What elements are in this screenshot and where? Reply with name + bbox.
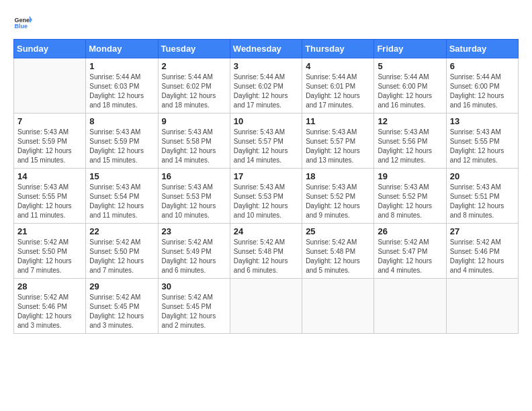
weekday-header-monday: Monday: [86, 40, 158, 58]
calendar-cell: 19Sunrise: 5:43 AM Sunset: 5:52 PM Dayli…: [374, 169, 446, 224]
calendar-cell: 1Sunrise: 5:44 AM Sunset: 6:03 PM Daylig…: [86, 58, 158, 113]
day-number: 19: [378, 171, 442, 181]
calendar-cell: 8Sunrise: 5:43 AM Sunset: 5:59 PM Daylig…: [86, 113, 158, 169]
day-info: Sunrise: 5:43 AM Sunset: 5:59 PM Dayligh…: [89, 128, 154, 165]
day-number: 11: [306, 116, 370, 126]
day-number: 27: [450, 226, 515, 236]
day-info: Sunrise: 5:42 AM Sunset: 5:47 PM Dayligh…: [378, 238, 442, 275]
day-number: 6: [450, 61, 515, 71]
day-number: 1: [89, 61, 154, 71]
calendar-cell: [302, 279, 374, 334]
day-info: Sunrise: 5:42 AM Sunset: 5:50 PM Dayligh…: [17, 238, 82, 275]
day-info: Sunrise: 5:42 AM Sunset: 5:46 PM Dayligh…: [17, 293, 82, 330]
day-info: Sunrise: 5:43 AM Sunset: 5:53 PM Dayligh…: [162, 183, 226, 220]
calendar-cell: 28Sunrise: 5:42 AM Sunset: 5:46 PM Dayli…: [14, 279, 86, 334]
calendar-cell: 26Sunrise: 5:42 AM Sunset: 5:47 PM Dayli…: [374, 224, 446, 279]
week-row-3: 14Sunrise: 5:43 AM Sunset: 5:55 PM Dayli…: [14, 169, 519, 224]
day-info: Sunrise: 5:43 AM Sunset: 5:53 PM Dayligh…: [234, 183, 298, 220]
calendar-cell: [14, 58, 86, 113]
day-info: Sunrise: 5:42 AM Sunset: 5:49 PM Dayligh…: [162, 238, 226, 275]
calendar-cell: 2Sunrise: 5:44 AM Sunset: 6:02 PM Daylig…: [158, 58, 230, 113]
calendar-cell: 9Sunrise: 5:43 AM Sunset: 5:58 PM Daylig…: [158, 113, 230, 169]
calendar-cell: [230, 279, 302, 334]
day-info: Sunrise: 5:42 AM Sunset: 5:50 PM Dayligh…: [89, 238, 154, 275]
day-number: 20: [450, 171, 515, 181]
calendar-cell: 20Sunrise: 5:43 AM Sunset: 5:51 PM Dayli…: [446, 169, 518, 224]
calendar-cell: 30Sunrise: 5:42 AM Sunset: 5:45 PM Dayli…: [158, 279, 230, 334]
calendar-cell: 17Sunrise: 5:43 AM Sunset: 5:53 PM Dayli…: [230, 169, 302, 224]
day-info: Sunrise: 5:43 AM Sunset: 5:55 PM Dayligh…: [17, 183, 82, 220]
day-info: Sunrise: 5:43 AM Sunset: 5:58 PM Dayligh…: [162, 128, 226, 165]
header: General Blue: [13, 13, 519, 32]
calendar-cell: 4Sunrise: 5:44 AM Sunset: 6:01 PM Daylig…: [302, 58, 374, 113]
day-info: Sunrise: 5:43 AM Sunset: 5:54 PM Dayligh…: [89, 183, 154, 220]
day-info: Sunrise: 5:43 AM Sunset: 5:57 PM Dayligh…: [234, 128, 298, 165]
day-number: 13: [450, 116, 515, 126]
calendar-cell: 23Sunrise: 5:42 AM Sunset: 5:49 PM Dayli…: [158, 224, 230, 279]
calendar-cell: 7Sunrise: 5:43 AM Sunset: 5:59 PM Daylig…: [14, 113, 86, 169]
day-info: Sunrise: 5:43 AM Sunset: 5:55 PM Dayligh…: [450, 128, 515, 165]
day-number: 21: [17, 226, 82, 236]
week-row-2: 7Sunrise: 5:43 AM Sunset: 5:59 PM Daylig…: [14, 113, 519, 169]
calendar-cell: 13Sunrise: 5:43 AM Sunset: 5:55 PM Dayli…: [446, 113, 518, 169]
day-info: Sunrise: 5:43 AM Sunset: 5:51 PM Dayligh…: [450, 183, 515, 220]
day-number: 7: [17, 116, 82, 126]
day-number: 8: [89, 116, 154, 126]
day-info: Sunrise: 5:44 AM Sunset: 6:02 PM Dayligh…: [162, 73, 226, 110]
calendar-cell: 24Sunrise: 5:42 AM Sunset: 5:48 PM Dayli…: [230, 224, 302, 279]
day-info: Sunrise: 5:42 AM Sunset: 5:48 PM Dayligh…: [234, 238, 298, 275]
day-number: 15: [89, 171, 154, 181]
weekday-header-friday: Friday: [374, 40, 446, 58]
day-info: Sunrise: 5:43 AM Sunset: 5:52 PM Dayligh…: [378, 183, 442, 220]
day-number: 25: [306, 226, 370, 236]
day-number: 22: [89, 226, 154, 236]
calendar-cell: 14Sunrise: 5:43 AM Sunset: 5:55 PM Dayli…: [14, 169, 86, 224]
calendar-cell: 22Sunrise: 5:42 AM Sunset: 5:50 PM Dayli…: [86, 224, 158, 279]
day-info: Sunrise: 5:42 AM Sunset: 5:45 PM Dayligh…: [89, 293, 154, 330]
calendar-cell: 18Sunrise: 5:43 AM Sunset: 5:52 PM Dayli…: [302, 169, 374, 224]
day-info: Sunrise: 5:44 AM Sunset: 6:00 PM Dayligh…: [378, 73, 442, 110]
day-info: Sunrise: 5:44 AM Sunset: 6:02 PM Dayligh…: [234, 73, 298, 110]
day-info: Sunrise: 5:42 AM Sunset: 5:48 PM Dayligh…: [306, 238, 370, 275]
day-info: Sunrise: 5:44 AM Sunset: 6:03 PM Dayligh…: [89, 73, 154, 110]
day-number: 30: [162, 281, 226, 291]
weekday-header-thursday: Thursday: [302, 40, 374, 58]
day-number: 9: [162, 116, 226, 126]
logo-icon: General Blue: [13, 13, 32, 32]
day-number: 17: [234, 171, 298, 181]
calendar-cell: 10Sunrise: 5:43 AM Sunset: 5:57 PM Dayli…: [230, 113, 302, 169]
calendar-table: SundayMondayTuesdayWednesdayThursdayFrid…: [13, 39, 519, 334]
day-number: 28: [17, 281, 82, 291]
day-info: Sunrise: 5:44 AM Sunset: 6:00 PM Dayligh…: [450, 73, 515, 110]
weekday-header-sunday: Sunday: [14, 40, 86, 58]
day-number: 24: [234, 226, 298, 236]
logo: General Blue: [13, 13, 36, 32]
calendar-cell: 16Sunrise: 5:43 AM Sunset: 5:53 PM Dayli…: [158, 169, 230, 224]
day-info: Sunrise: 5:42 AM Sunset: 5:45 PM Dayligh…: [162, 293, 226, 330]
day-number: 10: [234, 116, 298, 126]
weekday-header-tuesday: Tuesday: [158, 40, 230, 58]
calendar-cell: 25Sunrise: 5:42 AM Sunset: 5:48 PM Dayli…: [302, 224, 374, 279]
calendar-cell: 5Sunrise: 5:44 AM Sunset: 6:00 PM Daylig…: [374, 58, 446, 113]
day-number: 4: [306, 61, 370, 71]
day-number: 26: [378, 226, 442, 236]
day-info: Sunrise: 5:43 AM Sunset: 5:52 PM Dayligh…: [306, 183, 370, 220]
day-info: Sunrise: 5:44 AM Sunset: 6:01 PM Dayligh…: [306, 73, 370, 110]
calendar-cell: [374, 279, 446, 334]
calendar-cell: 11Sunrise: 5:43 AM Sunset: 5:57 PM Dayli…: [302, 113, 374, 169]
calendar-cell: 3Sunrise: 5:44 AM Sunset: 6:02 PM Daylig…: [230, 58, 302, 113]
day-info: Sunrise: 5:43 AM Sunset: 5:59 PM Dayligh…: [17, 128, 82, 165]
weekday-header-row: SundayMondayTuesdayWednesdayThursdayFrid…: [14, 40, 519, 58]
calendar-cell: [446, 279, 518, 334]
calendar-cell: 29Sunrise: 5:42 AM Sunset: 5:45 PM Dayli…: [86, 279, 158, 334]
week-row-4: 21Sunrise: 5:42 AM Sunset: 5:50 PM Dayli…: [14, 224, 519, 279]
weekday-header-wednesday: Wednesday: [230, 40, 302, 58]
day-number: 16: [162, 171, 226, 181]
day-info: Sunrise: 5:43 AM Sunset: 5:57 PM Dayligh…: [306, 128, 370, 165]
calendar-cell: 12Sunrise: 5:43 AM Sunset: 5:56 PM Dayli…: [374, 113, 446, 169]
week-row-1: 1Sunrise: 5:44 AM Sunset: 6:03 PM Daylig…: [14, 58, 519, 113]
day-info: Sunrise: 5:42 AM Sunset: 5:46 PM Dayligh…: [450, 238, 515, 275]
day-number: 14: [17, 171, 82, 181]
day-number: 12: [378, 116, 442, 126]
svg-text:Blue: Blue: [14, 23, 28, 30]
